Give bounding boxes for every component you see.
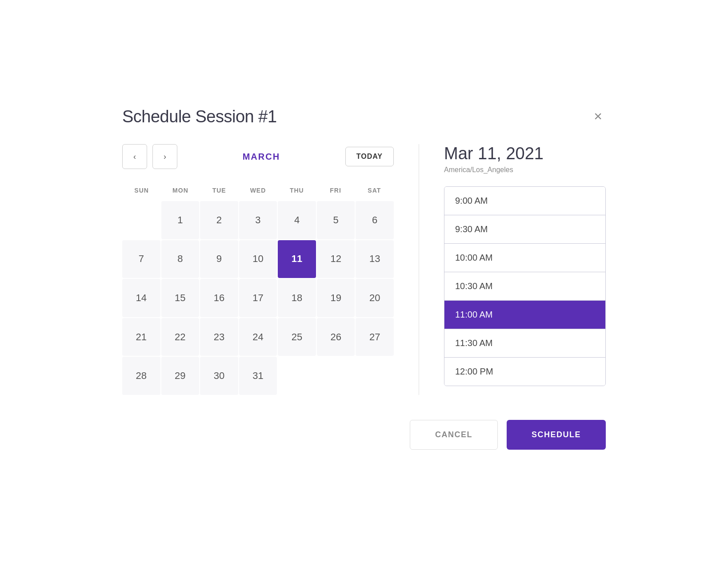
calendar-day[interactable]: 7: [122, 240, 160, 278]
calendar-day[interactable]: 9: [200, 240, 238, 278]
calendar-day[interactable]: 6: [356, 201, 394, 239]
schedule-button[interactable]: SCHEDULE: [507, 420, 606, 450]
prev-month-button[interactable]: ‹: [122, 144, 147, 169]
calendar-day[interactable]: 23: [200, 318, 238, 356]
calendar-section: ‹ › MARCH TODAY SUNMONTUEWEDTHUFRISAT 12…: [122, 144, 419, 395]
calendar-day[interactable]: 24: [239, 318, 277, 356]
time-slot[interactable]: 9:30 AM: [444, 215, 605, 244]
calendar-day[interactable]: 3: [239, 201, 277, 239]
today-button[interactable]: TODAY: [345, 147, 394, 166]
timezone-label: America/Los_Angeles: [444, 166, 606, 174]
calendar-month-label: MARCH: [183, 152, 340, 162]
time-slot[interactable]: 11:30 AM: [444, 329, 605, 358]
weekday-label: WED: [239, 183, 277, 197]
calendar-day[interactable]: 5: [317, 201, 355, 239]
cancel-button[interactable]: CANCEL: [410, 420, 498, 450]
calendar-day[interactable]: 10: [239, 240, 277, 278]
calendar-day[interactable]: 25: [278, 318, 316, 356]
selected-date-label: Mar 11, 2021: [444, 144, 606, 163]
calendar-day[interactable]: 30: [200, 357, 238, 395]
calendar-day[interactable]: 13: [356, 240, 394, 278]
calendar-day[interactable]: 12: [317, 240, 355, 278]
calendar-day[interactable]: 26: [317, 318, 355, 356]
calendar-day[interactable]: 27: [356, 318, 394, 356]
weekday-label: THU: [277, 183, 316, 197]
calendar-day[interactable]: 1: [161, 201, 200, 239]
calendar-day[interactable]: 8: [161, 240, 200, 278]
weekday-label: SAT: [355, 183, 394, 197]
weekday-label: TUE: [200, 183, 239, 197]
weekday-label: MON: [161, 183, 200, 197]
next-month-button[interactable]: ›: [152, 144, 177, 169]
modal-footer: CANCEL SCHEDULE: [122, 420, 606, 450]
calendar-day[interactable]: 31: [239, 357, 277, 395]
calendar-day: [278, 357, 316, 395]
calendar-day[interactable]: 21: [122, 318, 160, 356]
calendar-weekdays: SUNMONTUEWEDTHUFRISAT: [122, 183, 394, 197]
calendar-grid: SUNMONTUEWEDTHUFRISAT 123456789101112131…: [122, 183, 394, 395]
close-button[interactable]: ×: [590, 107, 606, 125]
weekday-label: FRI: [316, 183, 355, 197]
chevron-right-icon: ›: [164, 152, 166, 161]
calendar-day[interactable]: 20: [356, 279, 394, 317]
calendar-day[interactable]: 2: [200, 201, 238, 239]
chevron-left-icon: ‹: [133, 152, 136, 161]
time-slot[interactable]: 12:00 PM: [444, 358, 605, 386]
time-slot[interactable]: 11:00 AM: [444, 301, 605, 329]
time-slot[interactable]: 10:00 AM: [444, 244, 605, 272]
calendar-day[interactable]: 17: [239, 279, 277, 317]
calendar-day[interactable]: 28: [122, 357, 160, 395]
calendar-day[interactable]: 11: [278, 240, 316, 278]
calendar-day[interactable]: 29: [161, 357, 200, 395]
modal-header: Schedule Session #1 ×: [122, 107, 606, 126]
modal-title: Schedule Session #1: [122, 107, 277, 126]
calendar-day[interactable]: 18: [278, 279, 316, 317]
schedule-modal: Schedule Session #1 × ‹ › MARCH TODAY SU…: [97, 86, 631, 486]
time-slot[interactable]: 10:30 AM: [444, 272, 605, 301]
calendar-day: [356, 357, 394, 395]
calendar-day: [122, 201, 160, 239]
calendar-day[interactable]: 22: [161, 318, 200, 356]
calendar-day[interactable]: 15: [161, 279, 200, 317]
calendar-days: 1234567891011121314151617181920212223242…: [122, 201, 394, 395]
calendar-day[interactable]: 4: [278, 201, 316, 239]
modal-body: ‹ › MARCH TODAY SUNMONTUEWEDTHUFRISAT 12…: [122, 144, 606, 395]
calendar-day[interactable]: 16: [200, 279, 238, 317]
calendar-day[interactable]: 14: [122, 279, 160, 317]
calendar-day[interactable]: 19: [317, 279, 355, 317]
time-slot-list: 9:00 AM9:30 AM10:00 AM10:30 AM11:00 AM11…: [444, 186, 606, 386]
calendar-day: [317, 357, 355, 395]
weekday-label: SUN: [122, 183, 161, 197]
time-slot[interactable]: 9:00 AM: [444, 187, 605, 215]
time-section: Mar 11, 2021 America/Los_Angeles 9:00 AM…: [419, 144, 606, 395]
calendar-nav: ‹ › MARCH TODAY: [122, 144, 394, 169]
